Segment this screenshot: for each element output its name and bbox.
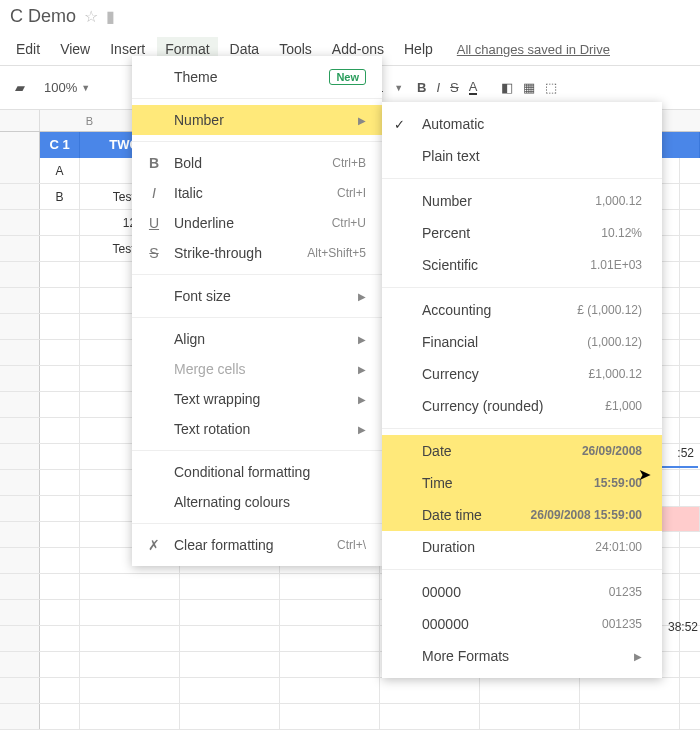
number-format-plain-text[interactable]: Plain text [382, 140, 662, 172]
cell[interactable] [480, 678, 580, 703]
cell[interactable] [40, 652, 80, 677]
row-number[interactable] [0, 444, 40, 469]
cell[interactable] [80, 626, 180, 651]
cell[interactable] [40, 392, 80, 417]
row-number[interactable] [0, 496, 40, 521]
menu-wrap[interactable]: Text wrapping ▶ [132, 384, 382, 414]
row-number[interactable] [0, 600, 40, 625]
cell[interactable] [40, 444, 80, 469]
cell[interactable] [180, 600, 280, 625]
row-number[interactable] [0, 262, 40, 287]
number-format-more-formats[interactable]: More Formats▶ [382, 640, 662, 672]
menu-view[interactable]: View [52, 37, 98, 61]
cell[interactable] [40, 340, 80, 365]
row-number[interactable] [0, 366, 40, 391]
cell[interactable] [580, 678, 680, 703]
menu-rotation[interactable]: Text rotation ▶ [132, 414, 382, 444]
cell[interactable] [40, 366, 80, 391]
menu-clear-formatting[interactable]: ✗ Clear formatting Ctrl+\ [132, 530, 382, 560]
cell[interactable] [180, 574, 280, 599]
cell[interactable] [80, 652, 180, 677]
number-format-currency[interactable]: Currency£1,000.12 [382, 358, 662, 390]
number-format-time[interactable]: Time15:59:00 [382, 467, 662, 499]
number-format-automatic[interactable]: ✓Automatic [382, 108, 662, 140]
cell[interactable] [40, 574, 80, 599]
star-icon[interactable]: ☆ [84, 7, 98, 26]
cell[interactable] [80, 704, 180, 729]
table-row[interactable] [0, 704, 700, 730]
number-format-number[interactable]: Number1,000.12 [382, 185, 662, 217]
number-format-duration[interactable]: Duration24:01:00 [382, 531, 662, 563]
number-format-date-time[interactable]: Date time26/09/2008 15:59:00 [382, 499, 662, 531]
row-number[interactable] [0, 574, 40, 599]
number-format-00000[interactable]: 0000001235 [382, 576, 662, 608]
col-header-b[interactable]: B [40, 110, 140, 131]
table-row[interactable] [0, 678, 700, 704]
merge-icon[interactable]: ⬚ [545, 80, 557, 95]
menu-font-size[interactable]: Font size ▶ [132, 281, 382, 311]
cell[interactable] [80, 678, 180, 703]
row-number[interactable] [0, 236, 40, 261]
fill-color-icon[interactable]: ◧ [501, 80, 513, 95]
row-number[interactable] [0, 392, 40, 417]
menu-italic[interactable]: I Italic Ctrl+I [132, 178, 382, 208]
menu-theme[interactable]: Theme New [132, 62, 382, 92]
cell[interactable] [40, 600, 80, 625]
borders-icon[interactable]: ▦ [523, 80, 535, 95]
number-format-date[interactable]: Date26/09/2008 [382, 435, 662, 467]
number-format-000000[interactable]: 000000001235 [382, 608, 662, 640]
cell[interactable] [280, 600, 380, 625]
number-format-accounting[interactable]: Accounting£ (1,000.12) [382, 294, 662, 326]
menu-number[interactable]: Number ▶ [132, 105, 382, 135]
cell[interactable] [40, 210, 80, 235]
cell[interactable] [40, 704, 80, 729]
cell[interactable] [280, 678, 380, 703]
row-number[interactable] [0, 470, 40, 495]
italic-button[interactable]: I [436, 80, 440, 95]
cell[interactable] [380, 704, 480, 729]
cell[interactable] [40, 678, 80, 703]
cell[interactable] [40, 236, 80, 261]
saved-status-link[interactable]: All changes saved in Drive [457, 42, 610, 57]
row-number[interactable] [0, 548, 40, 573]
menu-help[interactable]: Help [396, 37, 441, 61]
number-format-scientific[interactable]: Scientific1.01E+03 [382, 249, 662, 281]
row-number[interactable] [0, 314, 40, 339]
menu-align[interactable]: Align ▶ [132, 324, 382, 354]
row-number[interactable] [0, 184, 40, 209]
row-number[interactable] [0, 678, 40, 703]
cell[interactable] [40, 288, 80, 313]
cell[interactable]: B [40, 184, 80, 209]
cell[interactable] [380, 678, 480, 703]
menu-bold[interactable]: B Bold Ctrl+B [132, 148, 382, 178]
row-header[interactable] [0, 132, 40, 158]
cell[interactable] [180, 652, 280, 677]
cell[interactable] [80, 574, 180, 599]
cell[interactable] [480, 704, 580, 729]
menu-alternating[interactable]: Alternating colours [132, 487, 382, 517]
cell[interactable] [40, 314, 80, 339]
row-number[interactable] [0, 522, 40, 547]
cell[interactable] [280, 626, 380, 651]
cell[interactable] [280, 574, 380, 599]
cell[interactable]: A [40, 158, 80, 183]
cell[interactable] [40, 522, 80, 547]
cell[interactable] [280, 652, 380, 677]
cell[interactable] [40, 470, 80, 495]
cell[interactable] [180, 704, 280, 729]
row-number[interactable] [0, 340, 40, 365]
row-number[interactable] [0, 652, 40, 677]
text-color-button[interactable]: A [469, 81, 478, 95]
cell[interactable] [40, 496, 80, 521]
row-number[interactable] [0, 704, 40, 729]
cell[interactable] [40, 548, 80, 573]
row-number[interactable] [0, 418, 40, 443]
corner-cell[interactable] [0, 110, 40, 131]
menu-conditional[interactable]: Conditional formatting [132, 457, 382, 487]
cell[interactable] [580, 704, 680, 729]
doc-title[interactable]: C Demo [10, 6, 76, 27]
cell[interactable] [180, 678, 280, 703]
paint-format-icon[interactable]: ▰ [10, 80, 30, 95]
cell[interactable] [80, 600, 180, 625]
row-number[interactable] [0, 210, 40, 235]
